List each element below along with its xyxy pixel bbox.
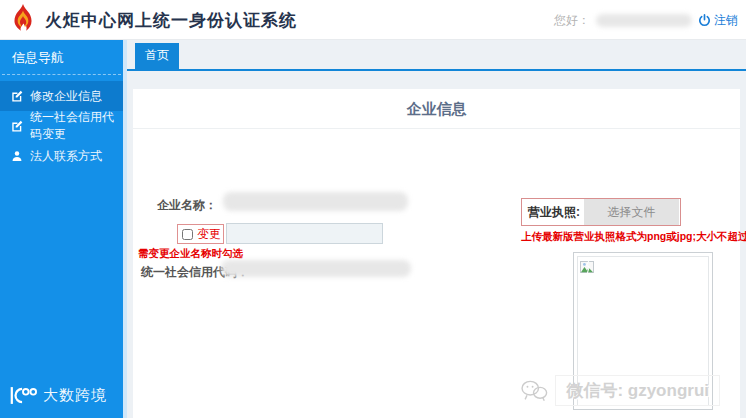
choose-file-button[interactable]: 选择文件: [584, 199, 679, 225]
tab-bar: 首页: [127, 40, 746, 71]
torch-flame-logo-icon: [10, 4, 36, 36]
brand: 火炬中心网上统一身份认证系统: [10, 0, 297, 40]
enterprise-info-panel: 企业信息 企业名称： 变更 需变更企业名称时勾选 统一社会信用代码： 营业执照:…: [133, 89, 740, 418]
business-license-label: 营业执照:: [522, 204, 584, 221]
new-enterprise-name-input[interactable]: [226, 223, 383, 244]
change-checkbox-group: 变更: [177, 224, 224, 244]
sidebar-divider: [2, 74, 121, 75]
sidebar-item-label: 法人联系方式: [30, 148, 102, 165]
top-header: 火炬中心网上统一身份认证系统 您好： 注销: [0, 0, 746, 40]
sidebar-item-credit-code-change[interactable]: 统一社会信用代码变更: [0, 111, 123, 141]
business-license-upload-group: 营业执照: 选择文件: [521, 198, 681, 226]
change-checkbox[interactable]: [182, 229, 193, 240]
redacted-enterprise-name: [223, 192, 408, 211]
change-checkbox-label: 变更: [197, 226, 221, 243]
wechat-watermark-text: 微信号: gzyongrui: [555, 375, 720, 406]
broken-image-icon: [580, 261, 594, 273]
page-title: 火炬中心网上统一身份认证系统: [45, 9, 297, 32]
sidebar-item-modify-enterprise-info[interactable]: 修改企业信息: [0, 81, 123, 111]
sidebar-item-legal-person-contact[interactable]: 法人联系方式: [0, 141, 123, 171]
user-area: 您好： 注销: [554, 0, 738, 40]
sidebar-item-label: 统一社会信用代码变更: [30, 109, 123, 143]
tab-home[interactable]: 首页: [135, 43, 179, 69]
power-icon: [698, 14, 711, 27]
user-icon: [11, 150, 23, 162]
sidebar-nav: 修改企业信息 统一社会信用代码变更 法人联系方式: [0, 81, 123, 171]
change-hint-text: 需变更企业名称时勾选: [138, 247, 243, 261]
logout-button[interactable]: 注销: [698, 12, 738, 29]
bottom-left-watermark: 大数跨境: [9, 385, 107, 406]
redacted-credit-code: [221, 260, 411, 277]
enterprise-info-form: 企业名称： 变更 需变更企业名称时勾选 统一社会信用代码： 营业执照: 选择文件…: [133, 129, 740, 417]
sidebar-title: 信息导航: [0, 40, 123, 74]
bottom-right-watermark: 微信号: gzyongrui: [520, 375, 720, 406]
sidebar: 信息导航 修改企业信息 统一社会信用代码变更: [0, 40, 127, 418]
edit-icon: [11, 90, 23, 102]
license-hint-text: 上传最新版营业执照格式为png或jpg;大小不超过1M.: [521, 230, 746, 244]
greeting-label: 您好：: [554, 12, 590, 29]
app-window: 火炬中心网上统一身份认证系统 您好： 注销 信息导航 修改企业: [0, 0, 746, 418]
dashu-logo-icon: [9, 385, 37, 406]
wechat-icon: [520, 379, 548, 402]
panel-title: 企业信息: [133, 89, 740, 129]
logout-label: 注销: [714, 12, 738, 29]
redacted-username: [596, 14, 692, 27]
edit-icon: [11, 120, 23, 132]
sidebar-item-label: 修改企业信息: [30, 88, 102, 105]
watermark-logo-text: 大数跨境: [43, 386, 107, 405]
enterprise-name-label: 企业名称：: [133, 197, 217, 214]
